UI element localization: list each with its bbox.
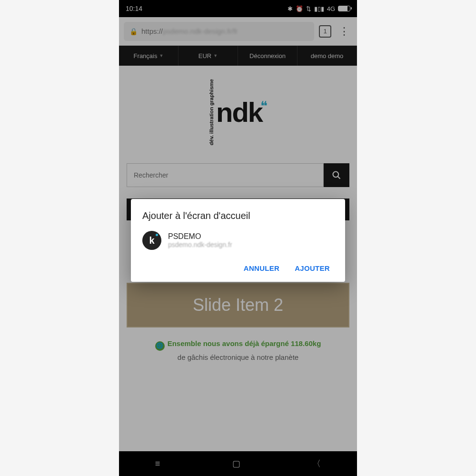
dialog-app-domain: psdemo.ndk-design.fr [168, 241, 232, 248]
dialog-actions: ANNULER AJOUTER [142, 261, 334, 277]
app-icon: k [142, 231, 161, 250]
dialog-title: Ajouter à l'écran d'accueil [142, 210, 334, 221]
cancel-button[interactable]: ANNULER [244, 264, 279, 272]
dialog-app-name: PSDEMO [168, 232, 232, 241]
phone-frame: 10:14 ✱ ⏰ ⇅ ▮▯▮ 4G 🔒 https:// psdemo.ndk… [119, 0, 357, 476]
dialog-app-row: k PSDEMO psdemo.ndk-design.fr [142, 231, 334, 250]
add-button[interactable]: AJOUTER [295, 264, 330, 272]
add-to-homescreen-dialog: Ajouter à l'écran d'accueil k PSDEMO psd… [131, 199, 345, 282]
